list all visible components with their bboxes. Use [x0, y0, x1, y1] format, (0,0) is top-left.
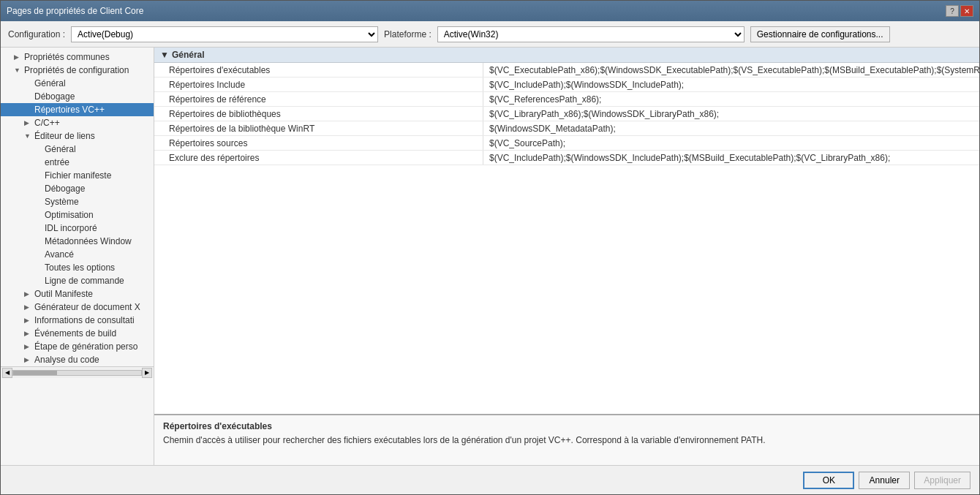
sidebar-item-label: Ligne de commande — [45, 276, 124, 286]
sidebar-item-label: Outil Manifeste — [34, 289, 93, 299]
property-value: $(VC_ReferencesPath_x86); — [483, 92, 979, 106]
sidebar-item-label: Toutes les options — [45, 262, 115, 273]
sidebar-item-el-metadonnees[interactable]: Métadonnées Window — [1, 235, 154, 248]
sidebar-item-c-cpp[interactable]: ▶C/C++ — [1, 116, 154, 129]
properties-container: Répertoires d'exécutables$(VC_Executable… — [154, 63, 979, 165]
config-manager-button[interactable]: Gestionnaire de configurations... — [750, 26, 890, 42]
sidebar-item-generateur-doc[interactable]: ▶Générateur de document X — [1, 301, 154, 314]
sidebar-item-prop-communes[interactable]: ▶Propriétés communes — [1, 50, 154, 64]
help-button[interactable]: ? — [946, 5, 959, 17]
apply-button[interactable]: Appliquer — [914, 472, 970, 489]
content-panel: ▼ Général Répertoires d'exécutables$(VC_… — [154, 48, 979, 465]
sidebar-item-evenements-build[interactable]: ▶Événements de build — [1, 327, 154, 340]
section-arrow: ▼ — [160, 50, 169, 60]
sidebar-item-el-avance[interactable]: Avancé — [1, 248, 154, 261]
section-title: Général — [172, 50, 205, 60]
property-row[interactable]: Répertoires de la bibliothèque WinRT$(Wi… — [154, 121, 979, 136]
sidebar-item-label: Débogage — [45, 184, 85, 194]
sidebar-item-label: Général — [34, 78, 66, 88]
sidebar-item-repertoires-vc[interactable]: Répertoires VC++ — [1, 103, 154, 116]
property-name: Répertoires sources — [154, 136, 483, 150]
property-row[interactable]: Exclure des répertoires$(VC_IncludePath)… — [154, 151, 979, 165]
platform-label: Plateforme : — [384, 29, 431, 39]
cancel-button[interactable]: Annuler — [859, 472, 910, 489]
sidebar-item-el-manifeste[interactable]: Fichier manifeste — [1, 169, 154, 182]
info-panel: Répertoires d'exécutables Chemin d'accès… — [154, 414, 979, 465]
sidebar-item-general[interactable]: Général — [1, 77, 154, 90]
sidebar-item-label: Débogage — [34, 91, 75, 102]
sidebar-item-label: C/C++ — [34, 118, 60, 128]
sidebar-item-outil-manifeste[interactable]: ▶Outil Manifeste — [1, 287, 154, 301]
config-select[interactable]: Active(Debug) — [71, 26, 378, 42]
sidebar-item-el-systeme[interactable]: Système — [1, 195, 154, 208]
ok-button[interactable]: OK — [803, 472, 854, 489]
sidebar-item-label: IDL incorporé — [45, 223, 97, 233]
property-row[interactable]: Répertoires de référence$(VC_ReferencesP… — [154, 92, 979, 107]
main-content: ▶Propriétés communes▼Propriétés de confi… — [1, 48, 979, 465]
property-row[interactable]: Répertoires Include$(VC_IncludePath);$(W… — [154, 78, 979, 92]
sidebar-item-el-debogage[interactable]: Débogage — [1, 182, 154, 195]
scroll-right-arrow[interactable]: ▶ — [142, 368, 152, 378]
tree-arrow: ▶ — [14, 53, 24, 61]
sidebar-item-label: Optimisation — [45, 210, 94, 220]
property-value: $(VC_LibraryPath_x86);$(WindowsSDK_Libra… — [483, 107, 979, 121]
sidebar-item-label: Général — [45, 144, 76, 154]
tree-arrow: ▶ — [24, 303, 34, 311]
property-name: Répertoires de référence — [154, 92, 483, 106]
section-header: ▼ Général — [154, 48, 979, 63]
property-name: Répertoires de la bibliothèque WinRT — [154, 121, 483, 135]
property-value: $(VC_IncludePath);$(WindowsSDK_IncludePa… — [483, 78, 979, 91]
property-row[interactable]: Répertoires sources$(VC_SourcePath); — [154, 136, 979, 151]
property-name: Exclure des répertoires — [154, 151, 483, 165]
scroll-thumb — [13, 371, 57, 375]
property-row[interactable]: Répertoires d'exécutables$(VC_Executable… — [154, 63, 979, 78]
sidebar-item-label: entrée — [45, 157, 69, 167]
property-value: $(WindowsSDK_MetadataPath); — [483, 121, 979, 135]
properties-table: ▼ Général Répertoires d'exécutables$(VC_… — [154, 48, 979, 414]
sidebar-item-label: Étape de génération perso — [34, 341, 137, 352]
property-value: $(VC_SourcePath); — [483, 136, 979, 150]
sidebar-tree: ▶Propriétés communes▼Propriétés de confi… — [1, 50, 154, 366]
sidebar-item-label: Éditeur de liens — [34, 131, 95, 141]
toolbar: Configuration : Active(Debug) Plateforme… — [1, 21, 979, 48]
sidebar-item-etape-generation[interactable]: ▶Étape de génération perso — [1, 340, 154, 353]
config-label: Configuration : — [8, 29, 65, 39]
sidebar-item-analyse-code[interactable]: ▶Analyse du code — [1, 353, 154, 366]
sidebar-scrollbar[interactable]: ◀ ▶ — [1, 366, 154, 378]
tree-arrow: ▶ — [24, 356, 34, 363]
sidebar-item-editeur-liens[interactable]: ▼Éditeur de liens — [1, 129, 154, 143]
sidebar-item-el-general[interactable]: Général — [1, 143, 154, 156]
sidebar-item-el-options[interactable]: Toutes les options — [1, 261, 154, 274]
footer: OK Annuler Appliquer — [1, 465, 979, 494]
property-name: Répertoires Include — [154, 78, 483, 91]
sidebar-item-el-ligne-cmd[interactable]: Ligne de commande — [1, 274, 154, 287]
sidebar-item-info-consultation[interactable]: ▶Informations de consultati — [1, 314, 154, 327]
scroll-left-arrow[interactable]: ◀ — [2, 368, 12, 378]
close-button[interactable]: ✕ — [960, 5, 973, 17]
sidebar-item-label: Propriétés communes — [24, 52, 110, 62]
sidebar-item-label: Analyse du code — [34, 355, 99, 365]
sidebar-item-label: Avancé — [45, 249, 74, 260]
property-row[interactable]: Répertoires de bibliothèques$(VC_Library… — [154, 107, 979, 121]
sidebar-item-label: Générateur de document X — [34, 302, 140, 312]
title-bar-buttons: ? ✕ — [946, 5, 973, 17]
property-value: $(VC_ExecutablePath_x86);$(WindowsSDK_Ex… — [483, 63, 979, 77]
sidebar-item-label: Répertoires VC++ — [34, 105, 105, 115]
platform-select[interactable]: Active(Win32) — [437, 26, 745, 42]
tree-arrow: ▶ — [24, 290, 34, 298]
sidebar-item-prop-config[interactable]: ▼Propriétés de configuration — [1, 64, 154, 77]
main-window: Pages de propriétés de Client Core ? ✕ C… — [0, 0, 980, 495]
sidebar-item-el-optimisation[interactable]: Optimisation — [1, 208, 154, 222]
scroll-track[interactable] — [12, 370, 142, 376]
tree-arrow: ▼ — [24, 132, 34, 140]
tree-arrow: ▶ — [24, 330, 34, 337]
sidebar-item-el-idl[interactable]: IDL incorporé — [1, 222, 154, 235]
sidebar-item-el-entree[interactable]: entrée — [1, 156, 154, 169]
tree-arrow: ▶ — [24, 119, 34, 126]
sidebar-item-label: Métadonnées Window — [45, 236, 132, 246]
tree-arrow: ▼ — [14, 67, 24, 74]
property-name: Répertoires d'exécutables — [154, 63, 483, 77]
info-title: Répertoires d'exécutables — [163, 421, 970, 431]
tree-arrow: ▶ — [24, 317, 34, 324]
sidebar-item-debogage[interactable]: Débogage — [1, 90, 154, 103]
